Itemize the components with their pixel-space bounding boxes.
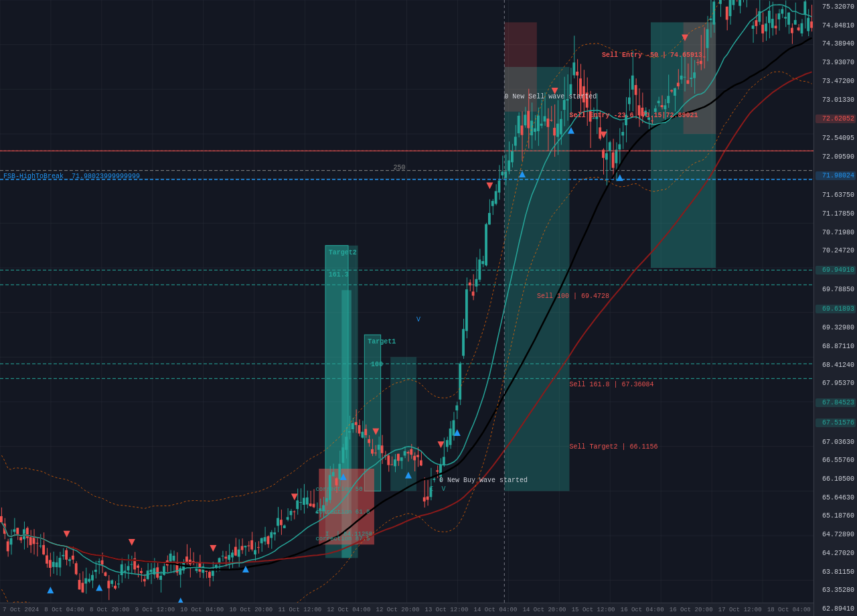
time-label: 18 Oct 04:00 <box>767 607 811 613</box>
price-label: 67.95370 <box>815 380 856 387</box>
price-label: 74.38940 <box>815 40 856 48</box>
chart-container: 75.3207074.8481074.3894073.9307073.47200… <box>0 0 857 616</box>
price-label: 68.41240 <box>815 362 856 369</box>
price-label: 63.81150 <box>815 568 856 576</box>
price-label: 69.78850 <box>815 286 856 293</box>
time-label: 7 Oct 2024 <box>3 607 39 613</box>
price-label: 65.18760 <box>815 512 856 520</box>
price-label: 72.09590 <box>815 153 856 161</box>
price-label: 68.87110 <box>815 343 856 350</box>
price-label: 70.71980 <box>815 229 856 236</box>
price-label: 72.54095 <box>815 135 856 142</box>
price-label: 71.98024 <box>815 171 856 180</box>
price-label: 73.93070 <box>815 59 856 66</box>
price-label: 66.10500 <box>815 475 856 483</box>
time-label: 16 Oct 20:00 <box>670 607 713 613</box>
price-label: 74.84810 <box>815 22 856 29</box>
time-label: 17 Oct 12:00 <box>718 607 762 613</box>
price-label: 71.17850 <box>815 210 856 218</box>
price-label: 71.63750 <box>815 191 856 199</box>
price-label: 69.61893 <box>815 305 856 313</box>
time-label: 9 Oct 12:00 <box>135 607 175 613</box>
time-label: 14 Oct 20:00 <box>523 607 566 613</box>
price-label: 64.27020 <box>815 550 856 557</box>
time-label: 8 Oct 20:00 <box>90 607 129 613</box>
price-label: 75.32070 <box>815 3 856 11</box>
time-label: 15 Oct 12:00 <box>572 607 615 613</box>
time-label: 12 Oct 20:00 <box>376 607 420 613</box>
price-label: 67.84523 <box>815 398 856 407</box>
price-scale: 75.3207074.8481074.3894073.9307073.47200… <box>813 0 857 616</box>
price-label: 65.64630 <box>815 494 856 502</box>
time-label: 13 Oct 12:00 <box>425 607 469 613</box>
time-label: 10 Oct 04:00 <box>180 607 224 613</box>
time-label: 12 Oct 04:00 <box>327 607 370 613</box>
time-label: 11 Oct 12:00 <box>278 607 321 613</box>
price-label: 73.01330 <box>815 96 856 104</box>
time-scale: 7 Oct 20248 Oct 04:008 Oct 20:009 Oct 12… <box>0 603 813 616</box>
time-label: 10 Oct 20:00 <box>229 607 272 613</box>
time-label: 8 Oct 04:00 <box>44 607 84 613</box>
price-label: 63.35280 <box>815 587 856 594</box>
price-label: 67.51576 <box>815 418 856 427</box>
price-label: 69.94910 <box>815 266 856 275</box>
price-label: 73.47200 <box>815 78 856 85</box>
price-label: 62.89410 <box>815 605 856 613</box>
price-label: 66.55760 <box>815 457 856 464</box>
price-label: 70.24720 <box>815 247 856 254</box>
price-label: 67.03630 <box>815 439 856 446</box>
time-label: 16 Oct 04:00 <box>621 607 664 613</box>
price-label: 72.62052 <box>815 114 856 123</box>
price-label: 69.32980 <box>815 324 856 331</box>
price-label: 64.72890 <box>815 531 856 538</box>
time-label: 14 Oct 04:00 <box>474 607 518 613</box>
